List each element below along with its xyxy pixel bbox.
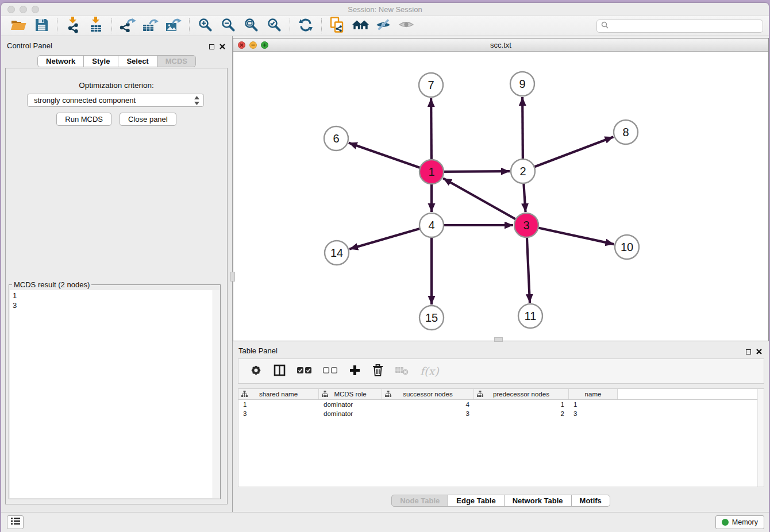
- table-row[interactable]: 1dominator411: [238, 400, 764, 409]
- column-header-mcds-role[interactable]: MCDS role: [319, 389, 382, 399]
- table-cell[interactable]: 4: [382, 401, 474, 408]
- table-tabs: Node TableEdge TableNetwork TableMotifs: [233, 495, 769, 507]
- graph-node-11[interactable]: 11: [518, 304, 542, 328]
- search-box[interactable]: [596, 20, 763, 33]
- float-panel-icon[interactable]: [209, 44, 214, 49]
- save-session-icon: [35, 18, 48, 34]
- hide-selected-button[interactable]: [372, 17, 395, 35]
- vertical-splitter-handle[interactable]: [230, 272, 235, 282]
- zoom-selected-button[interactable]: [263, 17, 286, 35]
- table-cell[interactable]: 1: [569, 401, 618, 408]
- close-panel-icon[interactable]: [220, 41, 225, 52]
- close-window-icon[interactable]: [7, 6, 15, 13]
- svg-text:4: 4: [428, 219, 434, 232]
- graph-edge-4-14[interactable]: [349, 225, 432, 249]
- table-tab-motifs[interactable]: Motifs: [571, 495, 610, 507]
- table-scrollbar[interactable]: [757, 389, 764, 487]
- graph-node-4[interactable]: 4: [419, 213, 444, 237]
- column-header-name[interactable]: name: [569, 389, 618, 399]
- graph-node-10[interactable]: 10: [615, 235, 639, 259]
- table-row[interactable]: 3dominator323: [238, 409, 764, 418]
- open-session-button[interactable]: [7, 17, 30, 35]
- graph-edge-2-8[interactable]: [523, 137, 613, 171]
- memory-button[interactable]: Memory: [715, 515, 764, 529]
- zoom-out-button[interactable]: [217, 17, 240, 35]
- graph-edge-3-1[interactable]: [443, 178, 526, 225]
- column-header-label: name: [585, 391, 602, 398]
- show-hidden-button[interactable]: [395, 17, 418, 35]
- optimization-criterion-dropdown[interactable]: strongly connected component: [27, 94, 204, 107]
- network-close-icon[interactable]: [238, 41, 245, 49]
- horizontal-splitter-handle[interactable]: [494, 337, 503, 342]
- table-cell[interactable]: 2: [474, 410, 569, 417]
- column-header-shared-name[interactable]: shared name: [238, 389, 319, 399]
- import-table-button[interactable]: [84, 17, 107, 35]
- main-toolbar: [1, 16, 769, 36]
- select-all-columns-button[interactable]: [297, 366, 311, 376]
- table-tab-node-table[interactable]: Node Table: [391, 495, 448, 507]
- task-history-button[interactable]: [7, 515, 24, 529]
- delete-column-button[interactable]: [372, 364, 383, 379]
- table-settings-button[interactable]: [250, 364, 262, 379]
- graph-node-14[interactable]: 14: [325, 241, 349, 265]
- toolbar-separator: [111, 18, 112, 33]
- minimize-window-icon[interactable]: [20, 6, 27, 13]
- network-maximize-icon[interactable]: [261, 41, 268, 49]
- table-cell[interactable]: 1: [238, 401, 319, 408]
- graph-node-8[interactable]: 8: [614, 120, 638, 144]
- export-image-button[interactable]: [162, 17, 185, 35]
- optimization-criterion-label: Optimization criterion:: [6, 81, 227, 90]
- memory-button-label: Memory: [732, 518, 758, 526]
- graph-node-2[interactable]: 2: [511, 159, 535, 183]
- graph-node-15[interactable]: 15: [419, 306, 444, 330]
- export-network-button[interactable]: [116, 17, 139, 35]
- table-cell[interactable]: 3: [238, 410, 319, 417]
- show-columns-button[interactable]: [274, 364, 286, 379]
- export-table-button[interactable]: [139, 17, 162, 35]
- network-canvas[interactable]: 1234678910111415: [233, 52, 768, 341]
- show-columns-icon: [274, 364, 286, 379]
- toolbar-separator: [57, 18, 57, 33]
- save-session-button[interactable]: [30, 17, 53, 35]
- tab-select[interactable]: Select: [118, 55, 157, 67]
- home-view-button[interactable]: [349, 17, 372, 35]
- graph-edge-3-10[interactable]: [526, 225, 614, 244]
- maximize-window-icon[interactable]: [32, 6, 39, 13]
- graph-edge-1-6[interactable]: [349, 143, 432, 172]
- tab-style[interactable]: Style: [83, 55, 118, 67]
- table-tab-edge-table[interactable]: Edge Table: [448, 495, 504, 507]
- table-tab-network-table[interactable]: Network Table: [504, 495, 572, 507]
- graph-node-3[interactable]: 3: [514, 213, 538, 237]
- graph-node-9[interactable]: 9: [510, 72, 534, 96]
- create-column-button[interactable]: [349, 364, 361, 379]
- network-minimize-icon[interactable]: [249, 41, 257, 49]
- graph-node-6[interactable]: 6: [324, 126, 348, 151]
- table-cell[interactable]: 3: [569, 410, 618, 417]
- column-header-predecessor-nodes[interactable]: predecessor nodes: [474, 389, 569, 399]
- graph-node-1[interactable]: 1: [419, 160, 444, 184]
- table-cell[interactable]: dominator: [319, 401, 382, 408]
- clone-network-icon: [330, 17, 345, 36]
- table-cell[interactable]: dominator: [319, 410, 382, 417]
- function-builder-icon: f(x): [420, 365, 439, 377]
- unselect-all-columns-button[interactable]: [323, 366, 337, 376]
- close-table-panel-icon[interactable]: [756, 346, 762, 357]
- table-cell[interactable]: 1: [474, 401, 569, 408]
- close-panel-button[interactable]: Close panel: [120, 113, 176, 126]
- network-window-titlebar[interactable]: scc.txt: [233, 38, 768, 52]
- graph-node-7[interactable]: 7: [419, 73, 443, 97]
- result-scrollbar[interactable]: [213, 290, 220, 498]
- float-table-panel-icon[interactable]: [746, 349, 751, 354]
- run-mcds-button[interactable]: Run MCDS: [56, 113, 111, 126]
- network-graph[interactable]: 1234678910111415: [233, 52, 768, 341]
- table-cell[interactable]: 3: [382, 410, 474, 417]
- clone-network-button[interactable]: [326, 17, 349, 35]
- search-input[interactable]: [611, 22, 759, 30]
- refresh-layout-button[interactable]: [294, 17, 317, 35]
- zoom-in-button[interactable]: [194, 17, 217, 35]
- import-network-button[interactable]: [61, 17, 84, 35]
- column-header-successor-nodes[interactable]: successor nodes: [382, 389, 474, 399]
- zoom-fit-button[interactable]: [240, 17, 263, 35]
- tab-network[interactable]: Network: [37, 55, 84, 67]
- tab-mcds[interactable]: MCDS: [157, 55, 196, 67]
